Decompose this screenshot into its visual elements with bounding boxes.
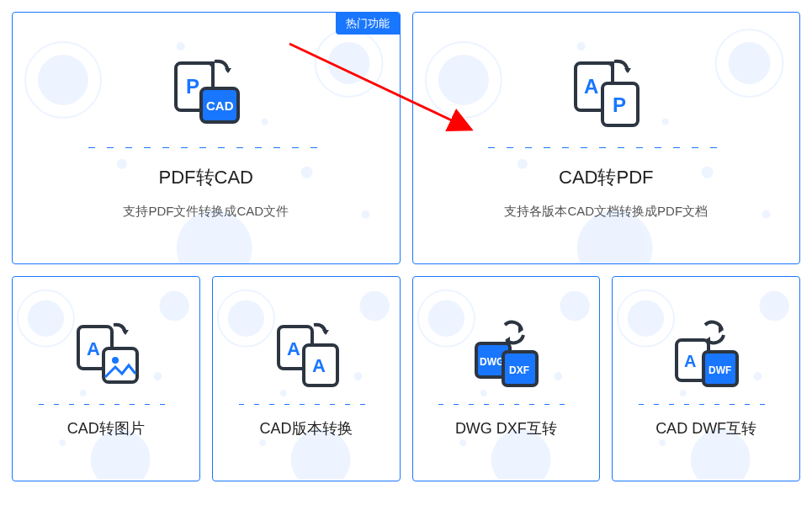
svg-rect-27 [103,348,137,382]
dwg-dxf-icon: DWG DXF [468,320,544,392]
card-cad-version[interactable]: A A CAD版本转换 [212,276,401,481]
card-title: DWG DXF互转 [455,418,557,439]
bg-decoration [13,13,399,264]
card-title: PDF转CAD [159,165,253,190]
svg-text:DXF: DXF [509,364,529,376]
divider [438,404,573,405]
card-title: CAD DWF互转 [655,418,756,439]
card-title: CAD转图片 [67,418,145,439]
svg-text:A: A [87,338,100,359]
card-title: CAD版本转换 [260,418,353,439]
card-cad-to-image[interactable]: A CAD转图片 [12,276,200,481]
cad-version-icon: A A [268,320,344,392]
svg-text:A: A [287,338,300,359]
svg-text:DWG: DWG [480,356,504,368]
pdf-to-cad-icon: P CAD [164,56,248,136]
svg-text:P: P [613,93,626,116]
svg-text:A: A [584,75,598,98]
card-dwg-dxf[interactable]: DWG DXF DWG DXF互转 [412,276,601,481]
svg-text:A: A [312,355,326,376]
svg-point-28 [112,357,119,364]
card-cad-dwf[interactable]: A DWF CAD DWF互转 [612,276,800,481]
card-subtitle: 支持各版本CAD文档转换成PDF文档 [504,204,708,220]
bg-decoration [413,13,799,264]
divider [239,404,374,405]
divider [88,147,324,148]
divider [639,404,773,405]
card-subtitle: 支持PDF文件转换成CAD文件 [123,204,289,220]
svg-text:P: P [186,75,199,98]
svg-text:A: A [684,352,696,370]
card-cad-to-pdf[interactable]: A P CAD转PDF 支持各版本CAD文档转换成PDF文档 [412,12,801,264]
hot-badge: 热门功能 [336,13,400,35]
divider [39,404,173,405]
cad-to-pdf-icon: A P [564,56,648,136]
divider [488,147,724,148]
svg-text:CAD: CAD [206,98,234,113]
card-pdf-to-cad[interactable]: 热门功能 P CAD PDF转CAD 支持PDF文件转换成CAD文件 [12,12,401,264]
cad-dwf-icon: A DWF [668,320,744,392]
cad-to-image-icon: A [68,320,144,392]
card-title: CAD转PDF [559,165,653,190]
svg-text:DWF: DWF [709,364,731,376]
